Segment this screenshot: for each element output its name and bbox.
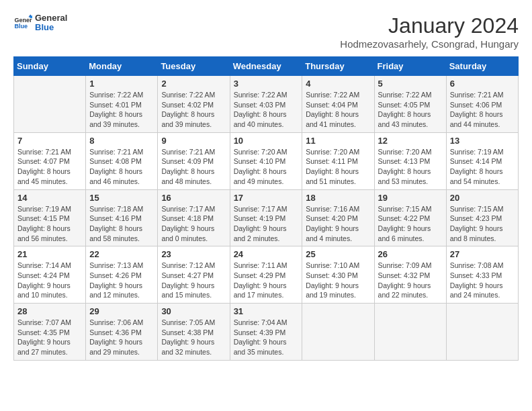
day-number: 25 — [306, 249, 370, 259]
day-info: Sunrise: 7:22 AMSunset: 4:03 PMDaylight:… — [234, 90, 299, 130]
day-info: Sunrise: 7:17 AMSunset: 4:18 PMDaylight:… — [161, 204, 226, 244]
calendar-cell: 9Sunrise: 7:21 AMSunset: 4:09 PMDaylight… — [158, 132, 230, 189]
day-info: Sunrise: 7:19 AMSunset: 4:15 PMDaylight:… — [17, 204, 82, 244]
day-number: 13 — [450, 136, 515, 146]
header-day-thursday: Thursday — [302, 57, 374, 76]
day-number: 16 — [161, 193, 226, 203]
day-number: 9 — [161, 136, 226, 146]
calendar-cell: 28Sunrise: 7:07 AMSunset: 4:35 PMDayligh… — [14, 304, 86, 361]
calendar-cell: 16Sunrise: 7:17 AMSunset: 4:18 PMDayligh… — [158, 189, 230, 246]
calendar-cell: 18Sunrise: 7:16 AMSunset: 4:20 PMDayligh… — [302, 189, 374, 246]
day-info: Sunrise: 7:21 AMSunset: 4:06 PMDaylight:… — [450, 90, 515, 130]
calendar-cell — [446, 304, 518, 361]
calendar-cell: 17Sunrise: 7:17 AMSunset: 4:19 PMDayligh… — [230, 189, 302, 246]
day-info: Sunrise: 7:11 AMSunset: 4:29 PMDaylight:… — [234, 261, 299, 300]
day-info: Sunrise: 7:07 AMSunset: 4:35 PMDaylight:… — [17, 318, 82, 357]
day-info: Sunrise: 7:04 AMSunset: 4:39 PMDaylight:… — [234, 318, 299, 357]
day-number: 2 — [161, 79, 226, 89]
header-day-tuesday: Tuesday — [158, 57, 230, 76]
day-info: Sunrise: 7:06 AMSunset: 4:36 PMDaylight:… — [89, 318, 154, 357]
day-number: 24 — [234, 249, 299, 259]
day-info: Sunrise: 7:22 AMSunset: 4:01 PMDaylight:… — [89, 90, 154, 130]
calendar-cell: 5Sunrise: 7:22 AMSunset: 4:05 PMDaylight… — [374, 76, 446, 133]
calendar-cell: 27Sunrise: 7:08 AMSunset: 4:33 PMDayligh… — [446, 246, 518, 304]
title-block: January 2024 Hodmezovasarhely, Csongrad,… — [340, 13, 519, 50]
calendar-title: January 2024 — [340, 13, 519, 38]
week-row-1: 1Sunrise: 7:22 AMSunset: 4:01 PMDaylight… — [14, 76, 519, 133]
day-number: 27 — [450, 249, 515, 259]
day-info: Sunrise: 7:18 AMSunset: 4:16 PMDaylight:… — [89, 204, 154, 244]
day-number: 19 — [378, 193, 443, 203]
day-info: Sunrise: 7:19 AMSunset: 4:14 PMDaylight:… — [450, 147, 515, 187]
day-number: 30 — [161, 306, 226, 316]
day-number: 12 — [378, 136, 443, 146]
header-day-saturday: Saturday — [446, 57, 518, 76]
day-number: 23 — [161, 249, 226, 259]
calendar-cell: 11Sunrise: 7:20 AMSunset: 4:11 PMDayligh… — [302, 132, 374, 189]
calendar-cell: 6Sunrise: 7:21 AMSunset: 4:06 PMDaylight… — [446, 76, 518, 133]
day-number: 17 — [234, 193, 299, 203]
day-info: Sunrise: 7:16 AMSunset: 4:20 PMDaylight:… — [306, 204, 370, 244]
calendar-cell: 20Sunrise: 7:15 AMSunset: 4:23 PMDayligh… — [446, 189, 518, 246]
day-info: Sunrise: 7:20 AMSunset: 4:11 PMDaylight:… — [306, 147, 370, 187]
day-number: 8 — [89, 136, 154, 146]
calendar-cell: 2Sunrise: 7:22 AMSunset: 4:02 PMDaylight… — [158, 76, 230, 133]
day-number: 11 — [306, 136, 370, 146]
logo-general: General — [35, 13, 67, 23]
day-number: 4 — [306, 79, 370, 89]
day-number: 15 — [89, 193, 154, 203]
day-number: 28 — [17, 306, 82, 316]
day-info: Sunrise: 7:08 AMSunset: 4:33 PMDaylight:… — [450, 261, 515, 300]
calendar-cell: 21Sunrise: 7:14 AMSunset: 4:24 PMDayligh… — [14, 246, 86, 304]
day-number: 29 — [89, 306, 154, 316]
day-info: Sunrise: 7:15 AMSunset: 4:23 PMDaylight:… — [450, 204, 515, 244]
day-number: 14 — [17, 193, 82, 203]
header-day-wednesday: Wednesday — [230, 57, 302, 76]
day-number: 5 — [378, 79, 443, 89]
day-info: Sunrise: 7:22 AMSunset: 4:04 PMDaylight:… — [306, 90, 370, 130]
day-info: Sunrise: 7:21 AMSunset: 4:08 PMDaylight:… — [89, 147, 154, 187]
calendar-cell: 31Sunrise: 7:04 AMSunset: 4:39 PMDayligh… — [230, 304, 302, 361]
day-number: 21 — [17, 249, 82, 259]
calendar-cell — [374, 304, 446, 361]
day-info: Sunrise: 7:13 AMSunset: 4:26 PMDaylight:… — [89, 261, 154, 300]
calendar-cell: 24Sunrise: 7:11 AMSunset: 4:29 PMDayligh… — [230, 246, 302, 304]
calendar-table: SundayMondayTuesdayWednesdayThursdayFrid… — [13, 56, 519, 361]
calendar-cell: 3Sunrise: 7:22 AMSunset: 4:03 PMDaylight… — [230, 76, 302, 133]
svg-text:General: General — [14, 17, 32, 24]
calendar-cell: 12Sunrise: 7:20 AMSunset: 4:13 PMDayligh… — [374, 132, 446, 189]
day-number: 3 — [234, 79, 299, 89]
page-header: General Blue General Blue January 2024 H… — [13, 13, 519, 50]
calendar-cell: 15Sunrise: 7:18 AMSunset: 4:16 PMDayligh… — [86, 189, 158, 246]
day-number: 1 — [89, 79, 154, 89]
calendar-cell: 8Sunrise: 7:21 AMSunset: 4:08 PMDaylight… — [86, 132, 158, 189]
calendar-cell: 30Sunrise: 7:05 AMSunset: 4:38 PMDayligh… — [158, 304, 230, 361]
week-row-2: 7Sunrise: 7:21 AMSunset: 4:07 PMDaylight… — [14, 132, 519, 189]
logo-blue: Blue — [35, 23, 67, 32]
calendar-cell: 7Sunrise: 7:21 AMSunset: 4:07 PMDaylight… — [14, 132, 86, 189]
calendar-cell: 19Sunrise: 7:15 AMSunset: 4:22 PMDayligh… — [374, 189, 446, 246]
day-info: Sunrise: 7:09 AMSunset: 4:32 PMDaylight:… — [378, 261, 443, 300]
day-info: Sunrise: 7:17 AMSunset: 4:19 PMDaylight:… — [234, 204, 299, 244]
day-number: 7 — [17, 136, 82, 146]
day-number: 20 — [450, 193, 515, 203]
calendar-cell: 26Sunrise: 7:09 AMSunset: 4:32 PMDayligh… — [374, 246, 446, 304]
day-number: 31 — [234, 306, 299, 316]
day-number: 6 — [450, 79, 515, 89]
header-day-friday: Friday — [374, 57, 446, 76]
calendar-cell: 4Sunrise: 7:22 AMSunset: 4:04 PMDaylight… — [302, 76, 374, 133]
calendar-cell — [302, 304, 374, 361]
day-info: Sunrise: 7:22 AMSunset: 4:02 PMDaylight:… — [161, 90, 226, 130]
logo: General Blue General Blue — [13, 13, 67, 33]
day-info: Sunrise: 7:21 AMSunset: 4:09 PMDaylight:… — [161, 147, 226, 187]
week-row-4: 21Sunrise: 7:14 AMSunset: 4:24 PMDayligh… — [14, 246, 519, 304]
day-info: Sunrise: 7:20 AMSunset: 4:10 PMDaylight:… — [234, 147, 299, 187]
header-day-monday: Monday — [86, 57, 158, 76]
day-info: Sunrise: 7:21 AMSunset: 4:07 PMDaylight:… — [17, 147, 82, 187]
day-info: Sunrise: 7:12 AMSunset: 4:27 PMDaylight:… — [161, 261, 226, 300]
calendar-cell: 1Sunrise: 7:22 AMSunset: 4:01 PMDaylight… — [86, 76, 158, 133]
day-number: 22 — [89, 249, 154, 259]
calendar-cell: 10Sunrise: 7:20 AMSunset: 4:10 PMDayligh… — [230, 132, 302, 189]
day-number: 10 — [234, 136, 299, 146]
day-info: Sunrise: 7:22 AMSunset: 4:05 PMDaylight:… — [378, 90, 443, 130]
